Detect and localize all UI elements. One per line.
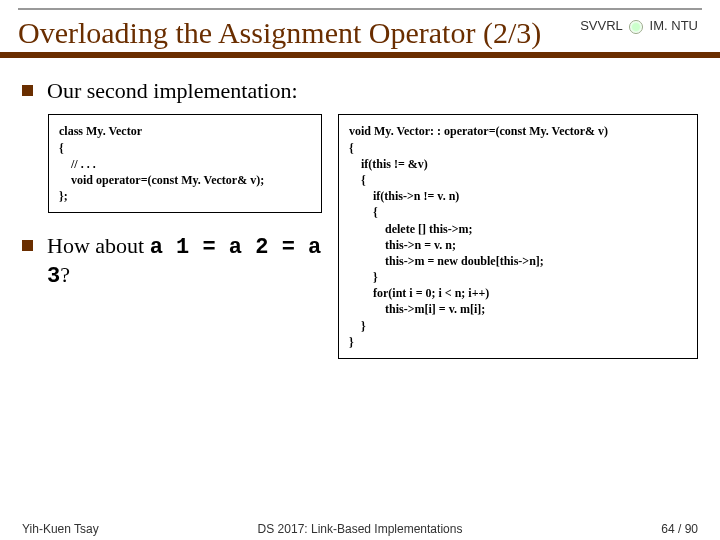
right-column: void My. Vector: : operator=(const My. V…: [338, 114, 698, 359]
slide-body: Our second implementation: class My. Vec…: [0, 70, 720, 359]
footer-course: DS 2017: Link-Based Implementations: [258, 522, 463, 536]
brand-left: SVVRL: [580, 18, 622, 33]
two-column-area: class My. Vector { // . . . void operato…: [22, 114, 698, 359]
square-bullet-icon: [22, 240, 33, 251]
bullet-item-1: Our second implementation:: [22, 78, 698, 104]
brand-logo-icon: [629, 20, 643, 34]
code-box-impl: void My. Vector: : operator=(const My. V…: [338, 114, 698, 359]
slide: SVVRL IM. NTU Overloading the Assignment…: [0, 8, 720, 540]
left-column: class My. Vector { // . . . void operato…: [22, 114, 322, 359]
bullet2-suffix: ?: [60, 262, 70, 287]
slide-footer: Yih-Kuen Tsay DS 2017: Link-Based Implem…: [0, 522, 720, 536]
bullet-text-1: Our second implementation:: [47, 78, 298, 104]
square-bullet-icon: [22, 85, 33, 96]
title-underline: [0, 52, 720, 58]
footer-author: Yih-Kuen Tsay: [22, 522, 99, 536]
brand-area: SVVRL IM. NTU: [580, 18, 698, 34]
bullet-text-2: How about a 1 = a 2 = a 3?: [47, 233, 322, 290]
footer-page: 64 / 90: [661, 522, 698, 536]
bullet2-prefix: How about: [47, 233, 150, 258]
bullet-item-2: How about a 1 = a 2 = a 3?: [22, 233, 322, 290]
code-box-class-decl: class My. Vector { // . . . void operato…: [48, 114, 322, 213]
header-rule: [18, 8, 702, 10]
brand-right: IM. NTU: [650, 18, 698, 33]
